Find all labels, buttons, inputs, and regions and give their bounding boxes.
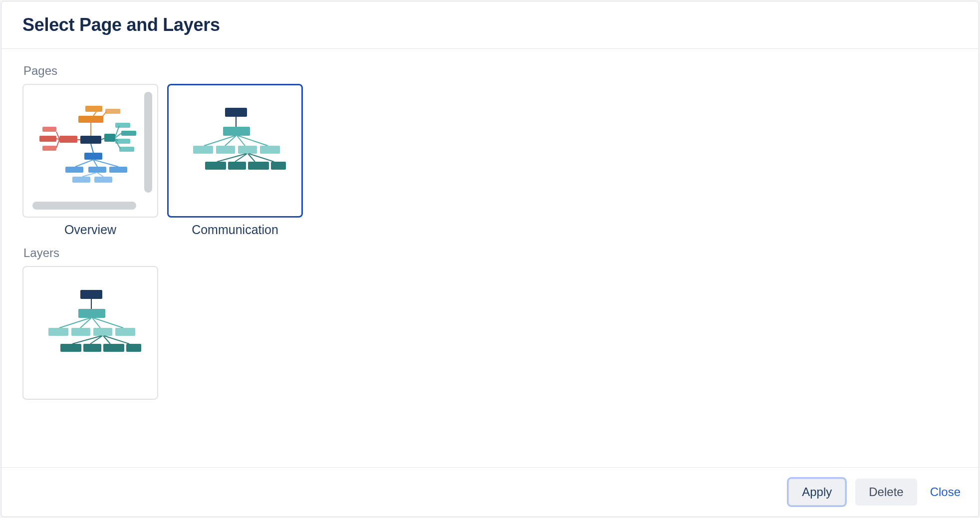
- svg-rect-3: [105, 109, 120, 114]
- svg-rect-7: [42, 127, 56, 132]
- thumb-scroll-horizontal: [32, 202, 136, 210]
- layers-section-label: Layers: [23, 246, 958, 260]
- svg-rect-16: [121, 131, 136, 136]
- page-thumb-overview-label: Overview: [64, 223, 116, 237]
- svg-rect-45: [216, 146, 235, 154]
- overview-diagram-icon: [30, 101, 150, 201]
- svg-line-12: [56, 132, 59, 139]
- communication-diagram-icon: [175, 101, 295, 201]
- svg-rect-18: [119, 147, 134, 152]
- svg-line-5: [93, 112, 96, 116]
- layer-diagram-icon: [30, 283, 150, 383]
- svg-rect-44: [193, 146, 213, 154]
- svg-rect-56: [80, 290, 102, 299]
- svg-rect-58: [78, 309, 105, 318]
- close-button[interactable]: Close: [927, 479, 964, 505]
- layer-thumb-0[interactable]: [22, 266, 158, 400]
- thumb-scroll-vertical: [144, 92, 152, 193]
- svg-rect-25: [84, 153, 102, 160]
- svg-rect-52: [205, 162, 226, 170]
- page-thumb-communication-label: Communication: [192, 223, 278, 237]
- svg-rect-46: [238, 146, 257, 154]
- svg-rect-64: [71, 328, 90, 336]
- svg-line-51: [249, 154, 274, 162]
- svg-line-35: [82, 173, 96, 177]
- dialog-footer: Apply Delete Close: [1, 467, 979, 517]
- svg-rect-63: [48, 328, 68, 336]
- pages-section-label: Pages: [23, 64, 958, 78]
- svg-rect-19: [104, 134, 115, 142]
- svg-line-32: [75, 160, 93, 167]
- svg-rect-55: [271, 162, 286, 170]
- svg-rect-8: [39, 136, 56, 142]
- svg-line-70: [104, 336, 129, 344]
- page-thumb-overview[interactable]: Overview: [22, 84, 158, 237]
- svg-rect-30: [94, 177, 112, 183]
- svg-rect-1: [85, 106, 102, 112]
- layer-thumb-0-frame: [22, 266, 158, 400]
- svg-line-6: [102, 112, 106, 117]
- svg-rect-65: [93, 328, 112, 336]
- svg-rect-15: [115, 123, 130, 128]
- page-thumb-communication-frame: [167, 84, 303, 218]
- svg-rect-9: [42, 146, 56, 151]
- svg-rect-29: [72, 177, 90, 183]
- select-page-layers-dialog: Select Page and Layers Pages: [1, 1, 979, 517]
- svg-line-31: [91, 144, 93, 153]
- pages-row: Overview: [22, 84, 958, 237]
- dialog-title: Select Page and Layers: [22, 14, 959, 35]
- svg-line-36: [97, 173, 103, 177]
- svg-rect-53: [228, 162, 246, 170]
- svg-rect-71: [60, 344, 81, 352]
- svg-rect-72: [83, 344, 101, 352]
- svg-rect-47: [260, 146, 280, 154]
- layers-row: [22, 266, 958, 400]
- delete-button[interactable]: Delete: [855, 479, 917, 506]
- svg-rect-37: [225, 108, 247, 117]
- svg-rect-10: [59, 136, 77, 143]
- svg-line-43: [238, 136, 268, 146]
- svg-rect-73: [103, 344, 124, 352]
- svg-rect-28: [109, 167, 127, 173]
- svg-rect-66: [115, 328, 135, 336]
- svg-rect-39: [223, 127, 250, 136]
- svg-rect-0: [80, 136, 101, 144]
- dialog-body: Pages: [1, 49, 979, 467]
- apply-button[interactable]: Apply: [788, 479, 845, 506]
- svg-rect-26: [65, 167, 83, 173]
- svg-rect-54: [248, 162, 269, 170]
- svg-rect-74: [126, 344, 141, 352]
- svg-line-62: [93, 318, 123, 328]
- dialog-header: Select Page and Layers: [1, 1, 979, 49]
- page-thumb-overview-frame: [22, 84, 158, 218]
- svg-rect-2: [78, 116, 103, 123]
- svg-rect-27: [88, 167, 106, 173]
- svg-line-14: [56, 139, 59, 148]
- svg-line-20: [101, 138, 104, 140]
- page-thumb-communication[interactable]: Communication: [167, 84, 303, 237]
